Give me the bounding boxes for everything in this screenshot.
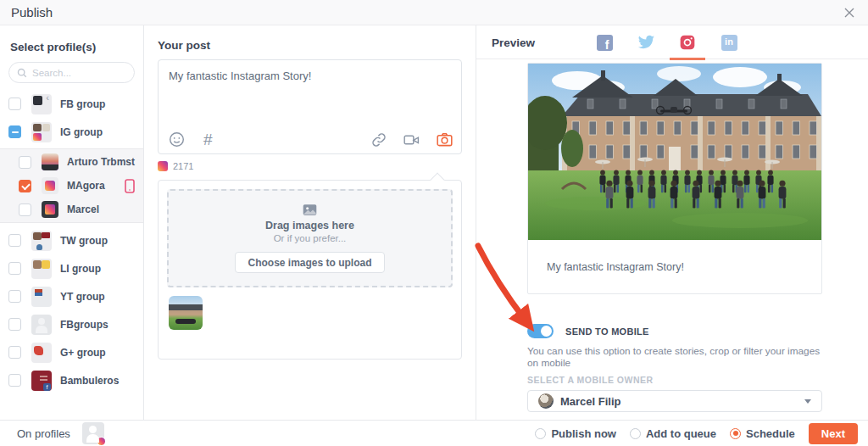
preview-column: Preview — [476, 25, 868, 420]
profile-row-magora[interactable]: MAgora — [0, 174, 143, 198]
profile-avatar — [31, 343, 52, 363]
uploaded-image-thumbnail[interactable] — [169, 296, 203, 330]
instagram-badge-icon — [97, 437, 106, 446]
ig-group-members: Arturo Trbmst MAgora Marcel — [0, 148, 143, 223]
preview-caption: My fantastic Instagram Story! — [528, 240, 821, 293]
search-icon — [17, 68, 27, 78]
post-text[interactable]: My fantastic Instagram Story! — [159, 60, 461, 92]
profile-row-fbgroups[interactable]: FBgroups — [0, 310, 143, 338]
tab-instagram[interactable] — [678, 25, 697, 59]
profile-checkbox[interactable] — [19, 156, 31, 169]
profile-row-li-group[interactable]: LI group — [0, 254, 143, 282]
radio-schedule[interactable]: Schedule — [730, 427, 795, 440]
modal-header: Publish — [0, 0, 868, 25]
profile-checkbox[interactable] — [8, 98, 21, 110]
send-to-mobile-toggle[interactable] — [527, 324, 554, 338]
profile-avatar — [31, 94, 52, 114]
panel-notch — [431, 173, 445, 187]
mobile-helper-text: You can use this option to create storie… — [527, 345, 822, 369]
profile-checkbox-checked[interactable] — [19, 180, 31, 192]
editor-toolbar: # — [169, 131, 453, 148]
facebook-icon — [597, 35, 613, 51]
radio-icon — [535, 428, 546, 439]
profile-row-bambuleros[interactable]: Bambuleros — [0, 366, 143, 394]
profile-row-yt-group[interactable]: YT group — [0, 282, 143, 310]
profile-sidebar: Select profile(s) FB group IG group Artu… — [0, 25, 144, 420]
tab-linkedin[interactable] — [720, 25, 738, 59]
camera-icon[interactable] — [437, 132, 453, 147]
sidebar-title: Select profile(s) — [10, 41, 143, 53]
image-icon — [303, 203, 317, 216]
char-count: 2171 — [173, 161, 193, 171]
mobile-owner-select[interactable]: Marcel Filip — [527, 390, 822, 412]
footer-profile-avatar — [82, 422, 104, 444]
footer-bar: On profiles Publish now Add to queue Sch… — [0, 420, 868, 446]
profile-row-gplus-group[interactable]: G+ group — [0, 338, 143, 366]
drag-subtitle: Or if you prefer... — [274, 233, 347, 243]
media-panel: Drag images here Or if you prefer... Cho… — [158, 180, 462, 360]
close-icon[interactable] — [843, 6, 856, 20]
profile-search[interactable] — [8, 62, 135, 83]
profile-avatar — [31, 259, 52, 279]
search-input[interactable] — [32, 68, 126, 78]
preview-image — [528, 64, 821, 240]
profile-row-marcel[interactable]: Marcel — [0, 198, 143, 221]
tab-twitter[interactable] — [637, 25, 655, 59]
profile-checkbox[interactable] — [8, 318, 21, 331]
radio-publish-now[interactable]: Publish now — [535, 427, 616, 440]
profile-row-tw-group[interactable]: TW group — [0, 226, 143, 254]
radio-add-to-queue[interactable]: Add to queue — [630, 427, 716, 440]
profile-checkbox[interactable] — [8, 290, 21, 303]
emoji-icon[interactable] — [169, 131, 185, 148]
profile-checkbox[interactable] — [8, 346, 21, 359]
mobile-phone-icon — [125, 179, 135, 193]
twitter-icon — [637, 35, 655, 50]
preview-network-tabs — [595, 25, 738, 59]
send-to-mobile-label: SEND TO MOBILE — [565, 326, 649, 337]
profile-row-arturo[interactable]: Arturo Trbmst — [0, 150, 143, 174]
choose-images-button[interactable]: Choose images to upload — [235, 252, 384, 273]
profile-checkbox[interactable] — [8, 374, 21, 387]
hashtag-icon[interactable]: # — [203, 131, 213, 148]
drag-drop-zone[interactable]: Drag images here Or if you prefer... Cho… — [167, 189, 453, 287]
profile-avatar — [42, 177, 58, 194]
owner-name: Marcel Filip — [560, 395, 621, 408]
send-to-mobile-section: SEND TO MOBILE You can use this option t… — [527, 324, 822, 412]
profile-row-fb-group[interactable]: FB group — [0, 90, 143, 118]
compose-title: Your post — [158, 39, 462, 52]
publish-modal: Publish Select profile(s) FB group IG gr… — [0, 0, 868, 446]
profile-list: FB group IG group Arturo Trbmst MAgora — [0, 90, 143, 394]
profile-checkbox[interactable] — [19, 203, 31, 216]
char-count-row: 2171 — [158, 161, 462, 171]
profile-avatar — [31, 122, 52, 142]
preview-title: Preview — [492, 36, 535, 49]
owner-avatar — [538, 393, 554, 409]
profile-avatar — [42, 201, 58, 218]
video-icon[interactable] — [403, 133, 420, 147]
profile-checkbox[interactable] — [8, 262, 21, 275]
profile-row-ig-group[interactable]: IG group — [0, 118, 143, 146]
drag-title: Drag images here — [265, 220, 354, 231]
profile-checkbox[interactable] — [8, 234, 21, 247]
instagram-preview-card: My fantastic Instagram Story! — [527, 63, 822, 294]
page-title: Publish — [11, 0, 53, 25]
profile-avatar — [31, 231, 52, 251]
profile-avatar — [31, 371, 52, 391]
instagram-icon — [679, 34, 696, 51]
preview-header: Preview — [476, 25, 868, 59]
radio-icon-selected — [730, 428, 741, 439]
radio-icon — [630, 428, 641, 439]
post-text-editor[interactable]: My fantastic Instagram Story! # — [158, 59, 462, 154]
link-icon[interactable] — [371, 132, 387, 148]
instagram-mini-icon — [158, 161, 168, 171]
compose-column: Your post My fantastic Instagram Story! … — [144, 25, 476, 420]
on-profiles-label: On profiles — [17, 427, 70, 440]
chevron-down-icon — [804, 399, 811, 404]
profile-avatar — [31, 287, 52, 307]
profile-checkbox-indeterminate[interactable] — [8, 125, 21, 138]
tab-facebook[interactable] — [595, 25, 614, 59]
profile-avatar — [42, 153, 58, 170]
linkedin-icon — [721, 35, 737, 51]
next-button[interactable]: Next — [809, 423, 858, 444]
mobile-owner-label: SELECT A MOBILE OWNER — [527, 375, 822, 385]
